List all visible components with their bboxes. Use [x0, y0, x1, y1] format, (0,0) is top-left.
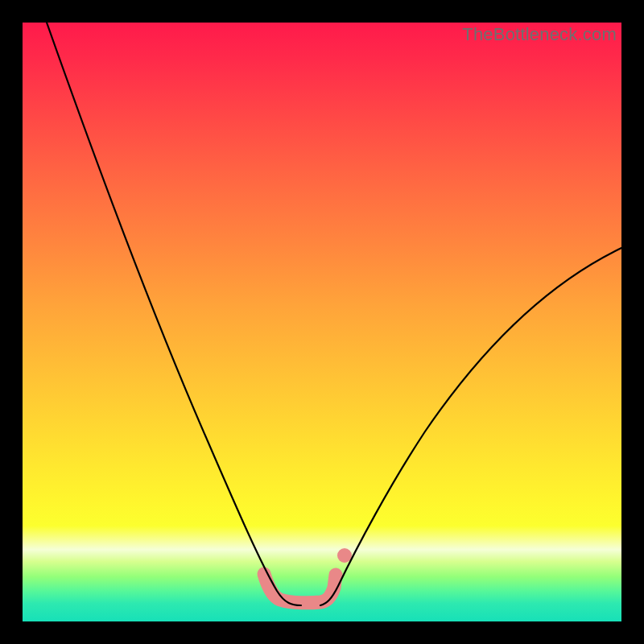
chart-frame: TheBottleneck.com [0, 0, 644, 644]
right-curve [320, 248, 621, 605]
curves-svg [23, 23, 621, 621]
left-curve [47, 23, 301, 605]
salmon-dot-icon [337, 548, 352, 563]
chart-plot-area: TheBottleneck.com [23, 23, 621, 621]
